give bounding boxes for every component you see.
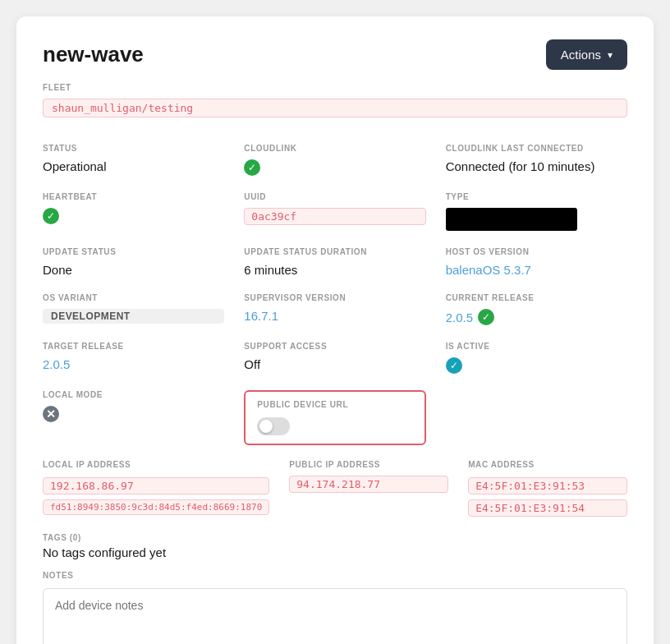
update-status-duration-field: UPDATE STATUS DURATION 6 minutes — [244, 247, 425, 277]
type-label: TYPE — [446, 192, 627, 201]
actions-button[interactable]: Actions ▾ — [546, 39, 627, 70]
tags-section: TAGS (0) No tags configured yet — [43, 533, 627, 559]
public-ip-field: PUBLIC IP ADDRESS 94.174.218.77 — [289, 460, 448, 517]
is-active-icon: ✓ — [446, 357, 462, 374]
current-release-value[interactable]: 2.0.5 — [446, 310, 473, 324]
update-status-label: UPDATE STATUS — [43, 247, 224, 256]
fleet-label: FLEET — [43, 83, 627, 92]
mac-address-field: MAC ADDRESS E4:5F:01:E3:91:53 E4:5F:01:E… — [468, 460, 627, 517]
type-value — [446, 208, 577, 231]
host-os-version-field: HOST OS VERSION balenaOS 5.3.7 — [446, 247, 627, 277]
tags-label: TAGS (0) — [43, 533, 627, 542]
cloudlink-field: CLOUDLINK ✓ — [244, 144, 425, 176]
public-ip-value: 94.174.218.77 — [289, 476, 448, 493]
current-release-field: CURRENT RELEASE 2.0.5 ✓ — [446, 293, 627, 325]
chevron-down-icon: ▾ — [608, 49, 613, 61]
notes-textarea[interactable] — [43, 588, 627, 644]
os-variant-field: OS VARIANT DEVELOPMENT — [43, 293, 224, 325]
toggle-thumb — [259, 420, 273, 433]
support-access-label: SUPPORT ACCESS — [244, 342, 425, 351]
cloudlink-status-icon: ✓ — [244, 159, 260, 176]
fields-grid-1: STATUS Operational CLOUDLINK ✓ CLOUDLINK… — [43, 144, 627, 445]
heartbeat-field: HEARTBEAT ✓ — [43, 192, 224, 231]
notes-section: NOTES — [43, 571, 627, 644]
uuid-field: UUID 0ac39cf — [244, 192, 425, 231]
page-header: new-wave Actions ▾ — [43, 39, 627, 70]
support-access-value: Off — [244, 357, 425, 371]
type-field: TYPE — [446, 192, 627, 231]
cloudlink-last-connected-label: CLOUDLINK LAST CONNECTED — [446, 144, 627, 153]
support-access-field: SUPPORT ACCESS Off — [244, 342, 425, 374]
cloudlink-last-connected-value: Connected (for 10 minutes) — [446, 159, 627, 173]
public-device-url-box: PUBLIC DEVICE URL — [244, 390, 425, 445]
update-status-duration-value: 6 minutes — [244, 263, 425, 277]
public-device-url-toggle[interactable] — [257, 417, 290, 435]
status-field: STATUS Operational — [43, 144, 224, 176]
update-status-value: Done — [43, 263, 224, 277]
status-label: STATUS — [43, 144, 224, 153]
os-variant-value: DEVELOPMENT — [43, 309, 224, 324]
current-release-value-row: 2.0.5 ✓ — [446, 309, 627, 325]
local-mode-icon: ✕ — [43, 406, 59, 422]
local-ip-value1: 192.168.86.97 — [43, 477, 269, 494]
update-status-field: UPDATE STATUS Done — [43, 247, 224, 277]
is-active-field: IS ACTIVE ✓ — [446, 342, 627, 374]
supervisor-version-label: SUPERVISOR VERSION — [244, 293, 425, 302]
host-os-version-value[interactable]: balenaOS 5.3.7 — [446, 263, 627, 277]
fleet-field: FLEET shaun_mulligan/testing — [43, 83, 627, 132]
local-ip-value2: fd51:8949:3850:9c3d:84d5:f4ed:8669:1870 — [43, 499, 269, 515]
notes-label: NOTES — [43, 571, 627, 580]
local-ip-field: LOCAL IP ADDRESS 192.168.86.97 fd51:8949… — [43, 460, 269, 517]
device-name: new-wave — [43, 42, 144, 67]
os-variant-label: OS VARIANT — [43, 293, 224, 302]
cloudlink-label: CLOUDLINK — [244, 144, 425, 153]
local-ip-label: LOCAL IP ADDRESS — [43, 460, 269, 469]
uuid-value: 0ac39cf — [244, 208, 425, 225]
current-release-label: CURRENT RELEASE — [446, 293, 627, 302]
target-release-value[interactable]: 2.0.5 — [43, 357, 224, 371]
host-os-version-label: HOST OS VERSION — [446, 247, 627, 256]
supervisor-version-value[interactable]: 16.7.1 — [244, 309, 425, 323]
mac-address-value1: E4:5F:01:E3:91:53 — [468, 477, 627, 494]
actions-label: Actions — [561, 48, 601, 62]
tags-value: No tags configured yet — [43, 545, 627, 559]
cloudlink-last-connected-field: CLOUDLINK LAST CONNECTED Connected (for … — [446, 144, 627, 176]
local-mode-label: LOCAL MODE — [43, 390, 224, 399]
update-status-duration-label: UPDATE STATUS DURATION — [244, 247, 425, 256]
local-mode-field: LOCAL MODE ✕ — [43, 390, 224, 445]
heartbeat-label: HEARTBEAT — [43, 192, 224, 201]
target-release-label: TARGET RELEASE — [43, 342, 224, 351]
supervisor-version-field: SUPERVISOR VERSION 16.7.1 — [244, 293, 425, 325]
current-release-check-icon: ✓ — [478, 309, 494, 325]
network-fields-grid: LOCAL IP ADDRESS 192.168.86.97 fd51:8949… — [43, 460, 627, 517]
public-device-url-label: PUBLIC DEVICE URL — [257, 400, 412, 409]
heartbeat-status-icon: ✓ — [43, 208, 59, 224]
uuid-label: UUID — [244, 192, 425, 201]
is-active-label: IS ACTIVE — [446, 342, 627, 351]
public-ip-label: PUBLIC IP ADDRESS — [289, 460, 448, 469]
device-detail-card: new-wave Actions ▾ FLEET shaun_mulligan/… — [16, 16, 654, 644]
status-value: Operational — [43, 159, 224, 173]
mac-address-label: MAC ADDRESS — [468, 460, 627, 469]
fleet-value: shaun_mulligan/testing — [43, 99, 627, 117]
mac-address-value2: E4:5F:01:E3:91:54 — [468, 499, 627, 517]
target-release-field: TARGET RELEASE 2.0.5 — [43, 342, 224, 374]
